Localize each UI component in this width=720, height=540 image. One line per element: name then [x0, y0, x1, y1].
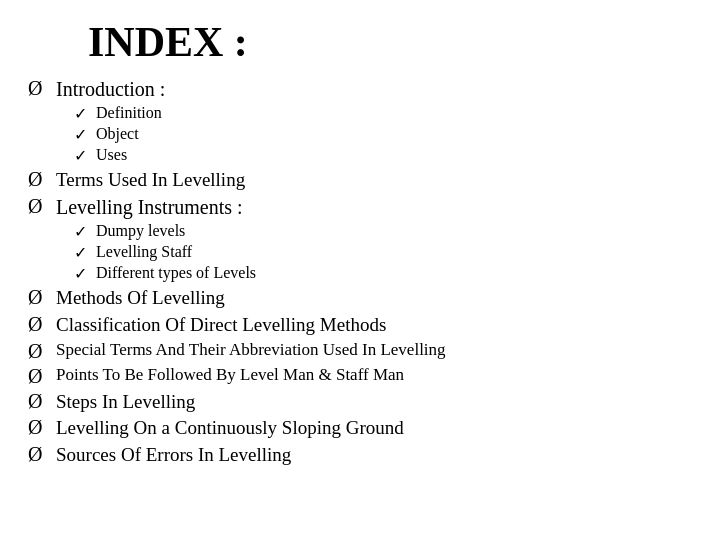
- bullet-main: Ø: [28, 416, 56, 439]
- check-icon: ✓: [74, 222, 96, 241]
- page: INDEX : ØIntroduction :✓Definition✓Objec…: [0, 0, 720, 540]
- sub-item: ✓Dumpy levels: [74, 221, 692, 242]
- plain-section-item: ØSteps In Levelling: [28, 389, 692, 415]
- plain-label: Terms Used In Levelling: [56, 167, 245, 193]
- plain-section-item: ØPoints To Be Followed By Level Man & St…: [28, 364, 692, 388]
- plain-section-item: ØSources Of Errors In Levelling: [28, 442, 692, 468]
- bullet-main: Ø: [28, 365, 56, 388]
- section-label: Introduction :: [56, 76, 692, 103]
- sub-label: Definition: [96, 103, 162, 124]
- bullet-main: Ø: [28, 195, 56, 218]
- sub-item: ✓Uses: [74, 145, 692, 166]
- page-title: INDEX :: [88, 18, 692, 66]
- check-icon: ✓: [74, 125, 96, 144]
- plain-label: Special Terms And Their Abbreviation Use…: [56, 339, 446, 361]
- plain-section-item: ØMethods Of Levelling: [28, 285, 692, 311]
- sub-item: ✓Levelling Staff: [74, 242, 692, 263]
- plain-label: Classification Of Direct Levelling Metho…: [56, 312, 386, 338]
- bullet-main: Ø: [28, 443, 56, 466]
- plain-section-item: ØSpecial Terms And Their Abbreviation Us…: [28, 339, 692, 363]
- bullet-main: Ø: [28, 340, 56, 363]
- sub-item: ✓Object: [74, 124, 692, 145]
- bullet-main: Ø: [28, 390, 56, 413]
- plain-section-item: ØTerms Used In Levelling: [28, 167, 692, 193]
- check-icon: ✓: [74, 104, 96, 123]
- plain-section-item: ØClassification Of Direct Levelling Meth…: [28, 312, 692, 338]
- section-content: Levelling Instruments :✓Dumpy levels✓Lev…: [56, 194, 692, 283]
- check-icon: ✓: [74, 243, 96, 262]
- bullet-main: Ø: [28, 168, 56, 191]
- sub-label: Levelling Staff: [96, 242, 192, 263]
- section-content: Introduction :✓Definition✓Object✓Uses: [56, 76, 692, 165]
- check-icon: ✓: [74, 264, 96, 283]
- check-icon: ✓: [74, 146, 96, 165]
- plain-label: Points To Be Followed By Level Man & Sta…: [56, 364, 404, 386]
- bullet-main: Ø: [28, 77, 56, 100]
- plain-label: Methods Of Levelling: [56, 285, 225, 311]
- sub-label: Object: [96, 124, 139, 145]
- sub-label: Uses: [96, 145, 127, 166]
- sub-label: Dumpy levels: [96, 221, 185, 242]
- sub-items: ✓Definition✓Object✓Uses: [74, 103, 692, 165]
- sub-item: ✓Different types of Levels: [74, 263, 692, 284]
- sub-item: ✓Definition: [74, 103, 692, 124]
- plain-label: Steps In Levelling: [56, 389, 195, 415]
- plain-label: Sources Of Errors In Levelling: [56, 442, 291, 468]
- plain-label: Levelling On a Continuously Sloping Grou…: [56, 415, 404, 441]
- plain-section-item: ØLevelling On a Continuously Sloping Gro…: [28, 415, 692, 441]
- section-item: ØLevelling Instruments :✓Dumpy levels✓Le…: [28, 194, 692, 283]
- sub-label: Different types of Levels: [96, 263, 256, 284]
- bullet-main: Ø: [28, 286, 56, 309]
- bullet-main: Ø: [28, 313, 56, 336]
- section-label: Levelling Instruments :: [56, 194, 692, 221]
- section-item: ØIntroduction :✓Definition✓Object✓Uses: [28, 76, 692, 165]
- sub-items: ✓Dumpy levels✓Levelling Staff✓Different …: [74, 221, 692, 283]
